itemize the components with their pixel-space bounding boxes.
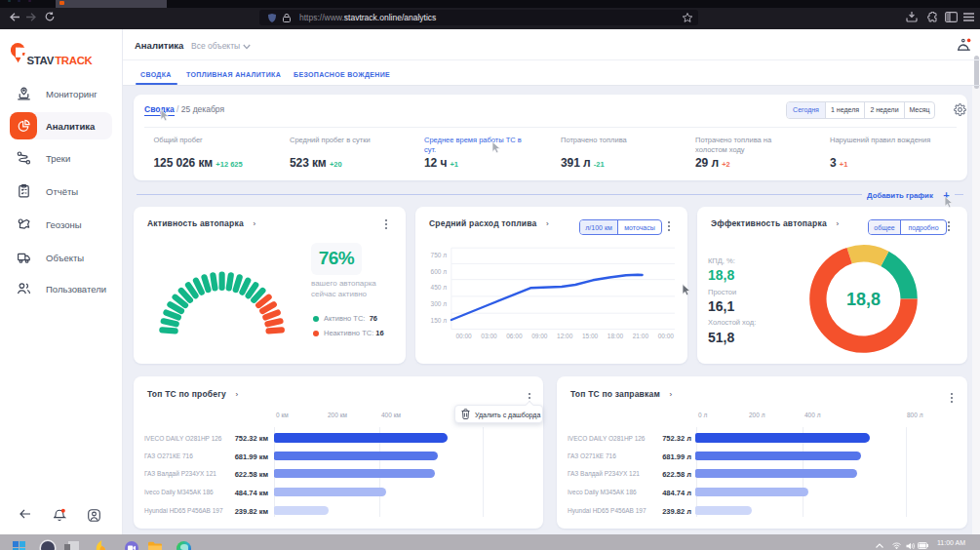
svg-text:TRACK: TRACK xyxy=(55,55,93,66)
svg-text:STAV: STAV xyxy=(27,55,55,66)
